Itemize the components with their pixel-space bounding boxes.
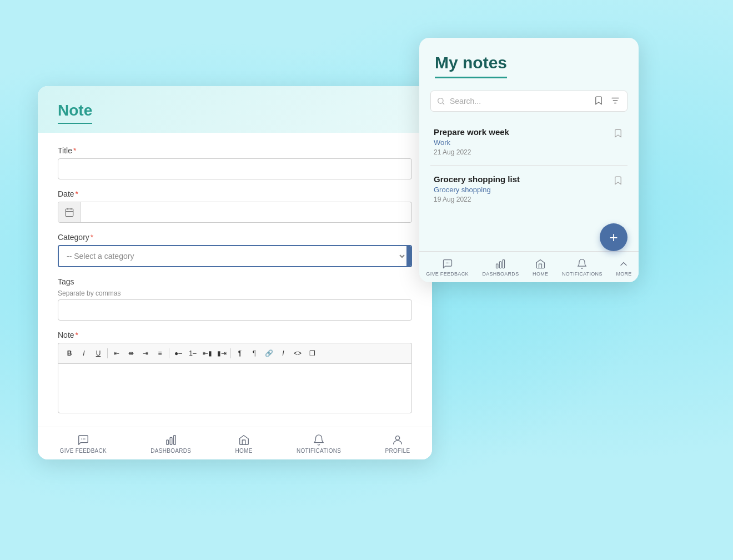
svg-point-11 [438, 98, 443, 103]
title-input[interactable] [58, 158, 412, 179]
feedback-icon-2 [442, 258, 453, 269]
title-group: Title* [58, 146, 412, 179]
svg-point-5 [83, 438, 84, 439]
note-bottom-nav: GIVE FEEDBACK DASHBOARDS HOME NOTIFICATI… [38, 427, 432, 459]
svg-point-10 [395, 436, 399, 440]
mynotes-nav-give-feedback[interactable]: GIVE FEEDBACK [426, 258, 468, 277]
mynotes-nav-dashboards[interactable]: DASHBOARDS [482, 258, 519, 277]
nav-notifications[interactable]: NOTIFICATIONS [297, 434, 341, 454]
toolbar-align-justify[interactable]: ≡ [153, 347, 167, 360]
bell-icon [313, 434, 325, 446]
note-item-1-bookmark[interactable] [612, 127, 624, 141]
mynotes-title: My notes [435, 53, 507, 78]
bookmark-filter-btn[interactable] [593, 94, 605, 108]
note-item-2-title: Grocery shopping list [434, 174, 612, 184]
more-icon [618, 258, 629, 269]
mynotes-nav-notifications[interactable]: NOTIFICATIONS [562, 258, 603, 277]
note-item-2-date: 19 Aug 2022 [434, 196, 612, 203]
nav-give-feedback[interactable]: GIVE FEEDBACK [60, 434, 107, 454]
filter-icon [610, 96, 620, 106]
svg-point-6 [84, 438, 86, 439]
note-editor-area[interactable] [58, 363, 412, 413]
note-item-2-bookmark[interactable] [612, 174, 624, 188]
dashboard-icon [165, 434, 177, 446]
svg-point-16 [445, 263, 446, 264]
svg-line-12 [443, 103, 444, 104]
nav-dashboards[interactable]: DASHBOARDS [150, 434, 191, 454]
note-item-1-title: Prepare work week [434, 127, 612, 137]
svg-rect-21 [503, 260, 505, 268]
toolbar-divider-1 [107, 348, 108, 358]
toolbar-underline[interactable]: U [92, 347, 105, 360]
notes-list: Prepare work week Work 21 Aug 2022 Groce… [419, 118, 639, 218]
mynotes-nav-home[interactable]: HOME [533, 258, 548, 277]
note-item-1-content: Prepare work week Work 21 Aug 2022 [434, 127, 612, 156]
toolbar-fullscreen[interactable]: ❒ [305, 347, 319, 360]
search-input[interactable] [450, 97, 588, 106]
note-item-2[interactable]: Grocery shopping list Grocery shopping 1… [430, 166, 627, 212]
svg-rect-20 [500, 262, 501, 268]
toolbar-para[interactable]: ¶ [233, 347, 247, 360]
svg-point-17 [447, 263, 448, 264]
toolbar-italic[interactable]: I [77, 347, 91, 360]
bookmark-icon [594, 96, 604, 106]
note-form-card: Note Title* Date* [38, 86, 432, 459]
note-editor-group: Note* B I U ⇤ ⇼ ⇥ ≡ ●– 1– ⇤▮ ▮⇥ ¶ ¶ 🔗 [58, 331, 412, 413]
profile-icon [391, 434, 404, 446]
bookmark-empty-icon-2 [613, 176, 623, 186]
svg-point-4 [81, 438, 82, 439]
search-icon [436, 97, 445, 106]
note-label: Note* [58, 331, 412, 339]
bell-icon-2 [576, 258, 588, 269]
toolbar-link[interactable]: 🔗 [262, 347, 275, 360]
svg-rect-0 [66, 209, 73, 217]
category-select[interactable]: -- Select a category Work Grocery shoppi… [59, 246, 406, 266]
toolbar-outdent[interactable]: ⇤▮ [200, 347, 214, 360]
date-label: Date* [58, 189, 412, 198]
category-group: Category* -- Select a category Work Groc… [58, 233, 412, 267]
date-input[interactable]: 01/12/2022 [81, 208, 411, 217]
editor-toolbar: B I U ⇤ ⇼ ⇥ ≡ ●– 1– ⇤▮ ▮⇥ ¶ ¶ 🔗 I <> ❒ [58, 343, 412, 363]
toolbar-bullet-list[interactable]: ●– [172, 347, 185, 360]
toolbar-align-right[interactable]: ⇥ [139, 347, 152, 360]
mynotes-bottom-nav: GIVE FEEDBACK DASHBOARDS HOME NOTIFICATI… [419, 251, 639, 282]
dashboard-icon-2 [495, 258, 506, 269]
mynotes-card: My notes [419, 38, 639, 282]
toolbar-align-left[interactable]: ⇤ [110, 347, 123, 360]
category-indicator [406, 246, 411, 266]
mynotes-nav-more[interactable]: MORE [616, 258, 631, 277]
note-item-1-category: Work [434, 138, 612, 147]
note-form-title: Note [58, 102, 92, 124]
tags-label: Tags [58, 277, 412, 286]
home-icon [238, 434, 250, 446]
toolbar-code[interactable]: <> [291, 347, 304, 360]
svg-rect-19 [496, 264, 498, 268]
nav-profile[interactable]: PROFILE [385, 434, 410, 454]
toolbar-para2[interactable]: ¶ [248, 347, 261, 360]
nav-home[interactable]: HOME [235, 434, 253, 454]
mynotes-header: My notes [419, 38, 639, 84]
feedback-icon [77, 434, 89, 446]
svg-point-18 [448, 263, 449, 264]
add-note-fab[interactable]: + [600, 223, 627, 251]
note-item-1[interactable]: Prepare work week Work 21 Aug 2022 [430, 118, 627, 166]
toolbar-bold[interactable]: B [63, 347, 76, 360]
note-card-body: Title* Date* 01/12/2022 [38, 133, 432, 427]
svg-rect-9 [173, 436, 175, 445]
note-item-2-content: Grocery shopping list Grocery shopping 1… [434, 174, 612, 203]
tags-group: Tags Separate by commas [58, 277, 412, 321]
tags-hint: Separate by commas [58, 289, 412, 297]
bookmark-empty-icon [613, 128, 623, 138]
toolbar-indent[interactable]: ▮⇥ [215, 347, 228, 360]
calendar-icon [58, 202, 81, 222]
tags-input[interactable] [58, 299, 412, 321]
toolbar-ordered-list[interactable]: 1– [186, 347, 199, 360]
toolbar-italic2[interactable]: I [277, 347, 290, 360]
search-bar [430, 91, 627, 112]
toolbar-align-center[interactable]: ⇼ [124, 347, 138, 360]
title-label: Title* [58, 146, 412, 155]
filter-btn[interactable] [609, 94, 621, 108]
note-item-2-category: Grocery shopping [434, 186, 612, 194]
toolbar-divider-2 [169, 348, 169, 358]
note-card-header: Note [38, 86, 432, 133]
